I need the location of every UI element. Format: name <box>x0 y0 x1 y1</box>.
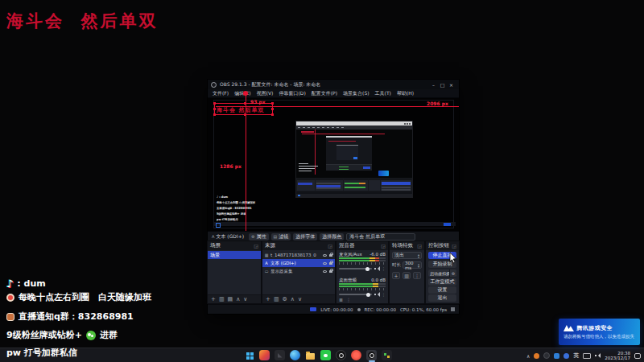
source-properties-button[interactable]: ⚙ <box>283 296 287 302</box>
taskbar-app-photos[interactable] <box>259 350 270 360</box>
visibility-eye-icon[interactable] <box>323 262 327 265</box>
mixer-config-icon[interactable]: ≣ <box>339 297 343 302</box>
taskbar-app-misc[interactable] <box>382 350 392 360</box>
taskbar-app-recorder[interactable] <box>336 350 346 360</box>
volume-slider[interactable] <box>339 294 372 295</box>
add-transition-button[interactable]: + <box>392 272 400 279</box>
settings-button[interactable]: 设置 <box>428 286 456 294</box>
source-row-text-selected[interactable]: A 文本 (GDI+) <box>262 259 335 267</box>
remove-source-button[interactable]: ▥ <box>274 296 279 302</box>
channel-options-icon[interactable]: ⋮ <box>382 266 386 271</box>
menu-help[interactable]: 帮助(H) <box>397 90 414 97</box>
volume-icon[interactable] <box>595 353 601 359</box>
stepper-down-icon[interactable]: ▾ <box>418 256 419 258</box>
source-down-button[interactable]: ∨ <box>298 296 302 302</box>
source-text-field[interactable]: 海斗会 然后单双 <box>346 233 415 241</box>
sources-dock: 来源 ◲ ▦ t_1487171838173_0 A 文本 (GDI+) ▭ 显… <box>262 241 335 303</box>
select-color-button[interactable]: 选择颜色 <box>320 233 344 241</box>
transition-options-button[interactable]: ⋮ <box>413 272 421 279</box>
mixer-more-icon[interactable]: ⋮ <box>346 297 351 302</box>
taskbar-app-obs-active[interactable] <box>366 350 377 360</box>
live-time: LIVE: 00:00:00 <box>320 307 353 312</box>
popout-icon[interactable]: ◲ <box>328 243 332 249</box>
lock-icon[interactable] <box>329 270 332 273</box>
visibility-eye-icon[interactable] <box>323 270 327 273</box>
menu-docks[interactable]: 停靠窗口(D) <box>279 90 305 97</box>
popout-icon[interactable]: ◲ <box>254 243 258 249</box>
file-explorer-button[interactable] <box>305 350 316 360</box>
ime-indicator[interactable]: 英 <box>573 352 579 360</box>
volume-slider[interactable] <box>339 268 372 269</box>
source-row-image[interactable]: ▦ t_1487171838173_0 <box>262 251 335 259</box>
visibility-eye-icon[interactable] <box>323 254 327 257</box>
virtual-camera-config-icon[interactable]: ⚙ <box>449 269 456 277</box>
tray-icon-blue[interactable] <box>554 353 559 359</box>
speaker-icon[interactable] <box>374 292 379 297</box>
channel-db: 0.0 dB <box>371 278 386 283</box>
taskbar-app-red[interactable] <box>351 350 361 360</box>
lock-icon[interactable] <box>329 262 332 265</box>
captured-overlay-line: 直播通知q群：832868981 <box>217 207 252 211</box>
scene-down-button[interactable]: ∨ <box>243 296 247 302</box>
speaker-icon[interactable] <box>374 266 379 271</box>
transition-select[interactable]: 淡出 ▴▾ <box>392 252 422 259</box>
source-row-display-capture[interactable]: ▭ 显示器采集 <box>262 267 335 275</box>
overlay-line-pw: pw 打号加群私信 <box>6 347 77 359</box>
ruler-offset-label: 93 px <box>250 99 266 105</box>
popout-icon[interactable]: ◲ <box>452 243 456 249</box>
menu-view[interactable]: 视图(V) <box>257 90 274 97</box>
remove-transition-button[interactable]: ▥ <box>402 272 411 279</box>
record-dot-icon <box>357 308 361 311</box>
lock-icon[interactable] <box>329 254 332 257</box>
exit-button[interactable]: 退出 <box>428 294 456 302</box>
taskbar-app-browser[interactable] <box>290 350 300 360</box>
add-source-button[interactable]: + <box>266 296 270 302</box>
nested-docks <box>296 178 412 191</box>
start-button[interactable] <box>244 350 254 360</box>
image-source-icon: ▦ <box>264 253 269 257</box>
source-up-button[interactable]: ∧ <box>291 296 295 302</box>
tray-icon-orange[interactable] <box>534 353 539 359</box>
properties-button[interactable]: ⚙ 属性 <box>249 233 268 241</box>
minimize-button[interactable]: – <box>429 80 438 89</box>
menu-profile[interactable]: 配置文件(P) <box>312 90 337 97</box>
add-scene-button[interactable]: + <box>211 296 216 302</box>
maximize-button[interactable]: □ <box>438 80 447 89</box>
notification-center-icon[interactable] <box>634 353 641 359</box>
tray-overflow-chevron[interactable]: ∧ <box>526 353 530 359</box>
menu-scene-collection[interactable]: 场景集合(S) <box>343 90 369 97</box>
nested-preview <box>296 130 412 178</box>
remove-scene-button[interactable]: ▥ <box>219 296 225 302</box>
display-source-icon: ▭ <box>264 269 269 274</box>
obs-titlebar[interactable]: OBS 29.1.3 - 配置文件: 未命名 - 场景: 未命名 – □ × <box>208 80 459 89</box>
studio-mode-button[interactable]: 工作室模式 <box>428 278 456 286</box>
popout-icon[interactable]: ◲ <box>417 243 422 249</box>
tray-icon-dark[interactable] <box>543 352 550 359</box>
select-font-button[interactable]: 选择字体 <box>293 233 317 241</box>
menu-tools[interactable]: 工具(T) <box>375 90 391 97</box>
duration-input[interactable]: 300 ms ▴▾ <box>402 261 422 269</box>
keyboard-icon[interactable] <box>583 353 591 359</box>
source-context-toolbar: A 文本 (GDI+) ⚙ 属性 ▤ 滤镜 选择字体 选择颜色 海斗会 然后单双 <box>208 231 459 241</box>
sources-dock-title: 来源 <box>265 242 275 249</box>
system-clock[interactable]: 20:38 2023/12/17 <box>605 351 630 361</box>
channel-options-icon[interactable]: ⋮ <box>382 292 386 297</box>
text-source-selection-box[interactable]: 海斗会 然后单双 <box>214 103 273 115</box>
overlay-line-text: 进群 <box>100 329 118 341</box>
menu-file[interactable]: 文件(F) <box>213 90 229 97</box>
taskbar-app-dark[interactable] <box>275 350 285 360</box>
nested-obs-window-capture <box>296 121 412 197</box>
tencent-security-toast[interactable]: 腾讯游戏安全 请勿将账号借给他人，以免造成损失 <box>559 319 640 345</box>
tray-icon-steam[interactable] <box>564 353 569 359</box>
scene-up-button[interactable]: ∧ <box>236 296 240 302</box>
captured-overlay-line: ♪ : dum <box>217 195 228 199</box>
filters-button[interactable]: ▤ 滤镜 <box>271 233 291 241</box>
alarm-clock-icon <box>6 294 14 302</box>
taskbar-app-wechat[interactable] <box>320 350 331 360</box>
scene-filters-button[interactable]: ▤ <box>228 296 233 302</box>
popout-icon[interactable]: ◲ <box>381 243 386 249</box>
scene-list-item[interactable]: 场景 <box>208 251 261 259</box>
close-button[interactable]: × <box>447 80 456 89</box>
overlay-line-text: 每晚十点左右到圈 白天随缘加班 <box>19 291 151 303</box>
network-indicator <box>451 307 455 311</box>
